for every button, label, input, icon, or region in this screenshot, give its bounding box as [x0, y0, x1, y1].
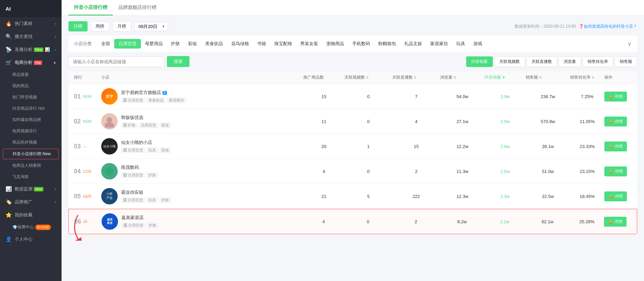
chevron-down-icon: ∨	[53, 61, 56, 65]
category-pets[interactable]: 宠物用品	[322, 39, 348, 48]
sidebar-item-hot-material[interactable]: 🔥 热门素材 ›	[0, 17, 62, 30]
tab-brand-flagship[interactable]: 品牌旗舰店排行榜	[113, 0, 162, 15]
sales-amount: 570.9w	[526, 119, 570, 124]
shop-avatar: 苏宁	[101, 88, 118, 105]
expand-icon[interactable]: ∨	[627, 40, 632, 48]
sidebar-item-ecom-video-rank[interactable]: 电商视频排行	[0, 125, 62, 137]
rank-cell: 05 1625	[74, 193, 101, 200]
tab-shop-rank[interactable]: 抖音小店排行榜	[68, 0, 113, 15]
search-button[interactable]: 搜索	[167, 56, 189, 67]
table-row-highlighted: 06 15 嘉美家居 嘉美家居店 ☰ 日用百货 护肤	[68, 209, 637, 234]
svg-point-3	[105, 167, 114, 175]
sidebar-item-brand-promo[interactable]: 🏷️ 品牌推广 ›	[0, 196, 62, 209]
category-plants[interactable]: 花鸟绿植	[227, 39, 253, 48]
detail-button[interactable]: 🔒 详情	[604, 92, 627, 102]
category-daily-goods[interactable]: 日用百货	[114, 39, 141, 49]
table-row: 03 — 仙女小隋 仙女小隋的小店 ☰ 日用百货 玩具 彩妆	[68, 134, 637, 159]
period-btn-monthly[interactable]: 月榜	[112, 21, 131, 31]
shop-tags: ☰ 日用百货 美食饮品 家居家坊	[121, 97, 186, 103]
sales-amount: 62.1w	[525, 219, 570, 224]
category-books[interactable]: 书籍	[253, 39, 270, 48]
tiktok-sales: 2.3w	[485, 194, 526, 199]
table-row: 02 NEW 韩饭饭优选 ☰ 护肤 日用百货 彩妆	[68, 109, 637, 134]
sidebar-item-ecom-talent[interactable]: 电商达人销量榜	[0, 160, 62, 171]
chevron-icon: ›	[55, 35, 56, 39]
detail-button[interactable]: 🔒 详情	[604, 217, 627, 227]
category-food[interactable]: 美食饮品	[201, 39, 227, 48]
col-related-live[interactable]: 关联直播数 ⇅	[392, 75, 440, 80]
category-all[interactable]: 全部	[97, 39, 114, 48]
col-action: 操作	[604, 75, 632, 80]
detail-button[interactable]: 🔒 详情	[604, 117, 627, 126]
col-sales-amount[interactable]: 销售额 ⇅	[526, 75, 570, 80]
detail-button[interactable]: 🔒 详情	[604, 166, 627, 176]
sidebar-item-product-search[interactable]: 商品搜索	[0, 69, 62, 80]
col-views[interactable]: 浏览量 ⇅	[440, 75, 485, 80]
col-related-videos[interactable]: 关联视频数 ⇅	[344, 75, 392, 80]
sort-arrow: ⇅	[592, 76, 594, 79]
shop-cell: 韩饭饭优选 ☰ 护肤 日用百货 彩妆	[101, 113, 303, 130]
conversion: 23.33%	[570, 144, 604, 149]
fire-icon: 🔥	[5, 21, 12, 27]
views: 27.1w	[440, 119, 485, 124]
category-gifts[interactable]: 礼品文娱	[400, 39, 426, 48]
sales-amount: 28.1w	[526, 144, 570, 149]
sidebar-item-hot-带货[interactable]: 热门带货视频	[0, 92, 62, 103]
conversion: 11.05%	[570, 119, 604, 124]
sidebar-item-personal[interactable]: 👤 个人中心	[0, 233, 62, 246]
category-clothing[interactable]: 男装女装	[296, 39, 322, 48]
date-select[interactable]: 09月20日	[134, 22, 168, 31]
shop-avatar: 仙女小隋	[101, 138, 118, 155]
sidebar-label: 我的收藏	[15, 212, 32, 218]
table-row: 05 1625 小胖严选 霸业供应链 ☰ 日用百货 玩具 护肤	[68, 184, 637, 209]
shop-name: 雨茂数码	[121, 164, 158, 171]
sidebar-item-shop-rank[interactable]: 抖音小店排行榜 New	[3, 149, 59, 159]
rank-cell: 04 1110	[74, 168, 101, 175]
promo-products: 21	[303, 194, 344, 199]
conversion: 23.15%	[570, 169, 604, 174]
diamond-icon: 💎	[12, 225, 17, 230]
chevron-icon: ›	[55, 48, 56, 52]
category-baby[interactable]: 母婴用品	[141, 39, 167, 48]
sidebar-item-ecom-analysis[interactable]: 🛒 电商分析 Hot ∨	[0, 56, 62, 69]
category-games[interactable]: 游戏	[469, 39, 486, 48]
category-makeup[interactable]: 彩妆	[184, 39, 201, 48]
category-bags[interactable]: 鞋帽箱包	[374, 39, 400, 48]
sidebar-item-renew[interactable]: 💎 续费中心 年付6折	[0, 222, 62, 233]
sidebar-item-tiktok-ranking[interactable]: 抖音商品排行 Hot	[0, 103, 62, 114]
search-bar: 搜索 抖音销量 关联视频数 关联直播数 浏览量 销售转化率 销售额	[68, 56, 637, 67]
category-skincare[interactable]: 护肤	[167, 39, 184, 48]
category-home[interactable]: 家居家坊	[426, 39, 452, 48]
rank-cell: 01 NEW	[74, 93, 101, 100]
detail-button[interactable]: 🔒 详情	[604, 142, 627, 151]
conversion: 25.28%	[570, 219, 604, 224]
sort-btn-tiktok-sales[interactable]: 抖音销量	[466, 56, 493, 67]
col-tiktok-sales[interactable]: 抖音销量 ▼	[485, 75, 526, 80]
sidebar-item-data-monitor[interactable]: 📊 数据监测 New ›	[0, 183, 62, 196]
sidebar-item-favorites[interactable]: ⭐ 我的收藏	[0, 209, 62, 222]
sort-btn-related-videos[interactable]: 关联视频数	[494, 56, 525, 67]
sidebar-item-realtime-hot[interactable]: 实时爆款商品榜	[0, 114, 62, 125]
related-videos: 0	[344, 219, 392, 224]
search-input[interactable]	[68, 56, 164, 67]
sidebar-item-product-hot-video[interactable]: 商品热评视频	[0, 137, 62, 148]
sort-arrow: ⇅	[366, 76, 369, 79]
period-btn-weekly[interactable]: 周榜	[90, 21, 109, 31]
chevron-icon: ›	[55, 22, 56, 26]
detail-button[interactable]: 🔒 详情	[604, 191, 627, 201]
category-toys[interactable]: 玩具	[452, 39, 469, 48]
sort-btn-views[interactable]: 浏览量	[558, 56, 581, 67]
sidebar-item-anchor-search[interactable]: 🔍 播主查找 ›	[0, 30, 62, 43]
help-link[interactable]: ❓如何发现高转化的抖音小店？	[579, 24, 637, 29]
category-electronics[interactable]: 手机数码	[348, 39, 374, 48]
related-live: 222	[392, 194, 440, 199]
sidebar-item-my-products[interactable]: 我的商品	[0, 80, 62, 92]
period-btn-daily[interactable]: 日榜	[68, 21, 88, 31]
category-jewelry[interactable]: 珠宝配饰	[270, 39, 296, 48]
sidebar-item-live-analysis[interactable]: 📡 直播分析 New 📊 ›	[0, 43, 62, 56]
sort-btn-related-live[interactable]: 关联直播数	[526, 56, 557, 67]
sort-btn-conversion[interactable]: 销售转化率	[582, 56, 613, 67]
sidebar-item-feitao[interactable]: 飞瓜淘客	[0, 171, 62, 183]
col-conversion[interactable]: 销售转化率 ⇅	[570, 75, 604, 80]
sort-btn-sales-amount[interactable]: 销售额	[615, 56, 637, 67]
